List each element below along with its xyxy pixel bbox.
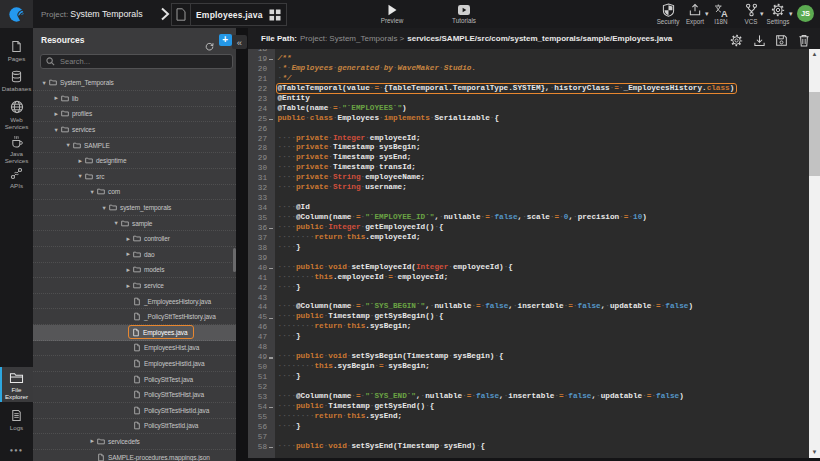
svg-text:A: A <box>721 9 728 17</box>
